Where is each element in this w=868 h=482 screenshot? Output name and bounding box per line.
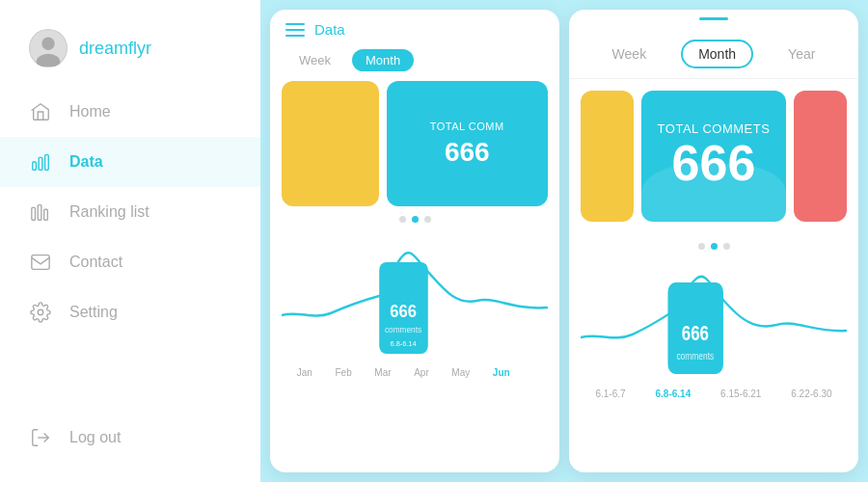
label-may: May xyxy=(451,367,470,378)
right-chart-svg: 666 comments xyxy=(581,255,847,381)
data-icon xyxy=(29,150,52,174)
left-dots xyxy=(270,206,559,228)
svg-rect-6 xyxy=(32,207,36,220)
svg-text:comments: comments xyxy=(385,325,421,335)
svg-rect-9 xyxy=(32,255,49,270)
hamburger-icon[interactable] xyxy=(285,23,305,37)
left-tab-week[interactable]: Week xyxy=(285,49,344,71)
top-tab-year[interactable]: Year xyxy=(773,41,830,67)
label-jan: Jan xyxy=(297,367,312,378)
contact-label: Contact xyxy=(69,254,122,271)
blabel-1: 6.1-6.7 xyxy=(595,388,625,399)
svg-text:6.8-6.14: 6.8-6.14 xyxy=(391,339,418,348)
svg-point-1 xyxy=(41,38,54,50)
sidebar-user: dreamflyr xyxy=(0,19,260,87)
sidebar-item-ranking[interactable]: Ranking list xyxy=(0,187,260,237)
top-tab-week[interactable]: Week xyxy=(597,41,663,67)
sidebar: dreamflyr Home Data Ranking list xyxy=(0,0,260,482)
main-area: Data Week Month TOTAL COMM 666 xyxy=(260,0,868,482)
left-card-teal: TOTAL COMM 666 xyxy=(387,81,549,206)
right-card-red xyxy=(794,91,847,222)
left-card-label: TOTAL COMM xyxy=(430,120,504,133)
svg-rect-7 xyxy=(38,205,41,221)
top-tabs: Week Month Year xyxy=(569,26,858,79)
right-dot-2 xyxy=(711,243,718,250)
right-cards-container: TOTAL COMMETS 666 xyxy=(569,79,858,233)
left-chart-labels: Jan Feb Mar Apr May Jun xyxy=(282,367,548,378)
left-chart-area: 666 comments 6.8-6.14 Jan Feb Mar Apr Ma… xyxy=(270,228,559,472)
right-chart-area: 666 comments 6.1-6.7 6.8-6.14 6.15-6.21 … xyxy=(569,255,858,472)
label-mar: Mar xyxy=(374,367,391,378)
svg-text:comments: comments xyxy=(676,350,714,362)
left-chart-svg: 666 comments 6.8-6.14 xyxy=(282,228,548,363)
right-chart-labels: 6.1-6.7 6.8-6.14 6.15-6.21 6.22-6.30 xyxy=(581,385,847,399)
logout-icon xyxy=(29,426,52,449)
blabel-2: 6.8-6.14 xyxy=(656,388,692,399)
left-phone-panel: Data Week Month TOTAL COMM 666 xyxy=(270,10,559,472)
right-card-title: TOTAL COMMETS xyxy=(658,121,771,136)
svg-text:666: 666 xyxy=(682,321,709,345)
sidebar-nav: Home Data Ranking list Contact xyxy=(0,87,260,337)
logout-label: Log out xyxy=(69,429,121,446)
left-card-value: 666 xyxy=(445,137,490,168)
contact-icon xyxy=(29,251,52,274)
top-tab-indicator xyxy=(699,17,728,20)
svg-rect-4 xyxy=(39,157,42,170)
sidebar-item-setting[interactable]: Setting xyxy=(0,287,260,337)
avatar xyxy=(29,29,68,67)
sidebar-item-data[interactable]: Data xyxy=(0,137,260,187)
data-label: Data xyxy=(69,153,103,171)
card-shine xyxy=(641,164,786,222)
label-jun: Jun xyxy=(493,367,510,378)
svg-rect-5 xyxy=(45,155,49,171)
sidebar-item-home[interactable]: Home xyxy=(0,87,260,137)
ranking-label: Ranking list xyxy=(69,203,149,221)
home-label: Home xyxy=(69,103,111,120)
left-card-yellow xyxy=(282,81,379,206)
blabel-4: 6.22-6.30 xyxy=(791,388,831,399)
top-tab-month[interactable]: Month xyxy=(681,40,753,68)
left-tab-month[interactable]: Month xyxy=(352,49,414,71)
home-icon xyxy=(29,100,52,123)
right-dot-3 xyxy=(723,243,730,250)
setting-icon xyxy=(29,301,52,324)
dot-3 xyxy=(424,216,431,223)
ranking-icon xyxy=(29,201,52,224)
right-phone-panel: Week Month Year TOTAL COMMETS 666 xyxy=(569,10,858,472)
label-feb: Feb xyxy=(336,367,352,378)
svg-rect-3 xyxy=(33,162,37,170)
dot-1 xyxy=(399,216,406,223)
svg-point-10 xyxy=(38,309,43,315)
left-panel-tabs: Week Month xyxy=(270,45,559,81)
logout-item[interactable]: Log out xyxy=(0,413,260,463)
sidebar-item-contact[interactable]: Contact xyxy=(0,237,260,287)
right-dot-1 xyxy=(698,243,705,250)
blabel-3: 6.15-6.21 xyxy=(720,388,761,399)
right-card-yellow xyxy=(581,91,634,222)
right-card-teal: TOTAL COMMETS 666 xyxy=(641,91,786,222)
left-panel-title: Data xyxy=(314,21,345,38)
svg-rect-8 xyxy=(44,209,48,220)
username-label: dreamflyr xyxy=(79,39,151,59)
left-cards-row: TOTAL COMM 666 xyxy=(270,81,559,206)
dot-2 xyxy=(412,216,419,223)
label-apr: Apr xyxy=(414,367,429,378)
setting-label: Setting xyxy=(69,304,118,321)
right-dots xyxy=(569,233,858,255)
left-panel-header: Data xyxy=(270,10,559,45)
svg-text:666: 666 xyxy=(390,301,417,321)
